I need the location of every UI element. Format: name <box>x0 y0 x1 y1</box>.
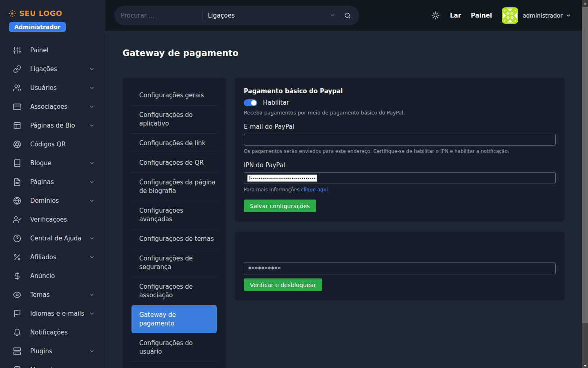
settings-nav-item-avancadas[interactable]: Configurações avançadas <box>131 201 217 229</box>
unlock-card: Verificar e desbloquear <box>235 232 565 301</box>
page-scrollbar[interactable] <box>582 0 588 368</box>
panel-link[interactable]: Painel <box>471 12 492 19</box>
chevron-down-icon <box>89 66 95 72</box>
chevron-down-icon <box>89 85 95 91</box>
sidebar-item-idiomas-e-emails[interactable]: Idiomas e e-mails <box>0 304 105 323</box>
settings-nav-card: Configurações gerais Configurações do ap… <box>122 78 226 368</box>
layout-icon <box>13 121 21 130</box>
page-title: Gateway de pagamento <box>122 48 565 58</box>
sun-icon[interactable] <box>432 11 439 19</box>
sidebar-item-paginas-de-bio[interactable]: Páginas de Bio <box>0 116 105 135</box>
sidebar-item-anuncio[interactable]: Anúncio <box>0 267 105 285</box>
flag-icon <box>13 310 21 318</box>
settings-panels: Pagamento básico do Paypal Habilitar Rec… <box>235 78 565 301</box>
sidebar-item-verificacoes[interactable]: Verificações <box>0 210 105 229</box>
scrollbar-down-button[interactable] <box>582 365 588 367</box>
triangle-up-icon <box>584 2 587 4</box>
chevron-down-icon <box>89 123 95 128</box>
save-settings-button[interactable]: Salvar configurações <box>244 200 316 212</box>
search-filter-select[interactable]: Ligações <box>203 12 341 19</box>
verify-unlock-button[interactable]: Verificar e desbloquear <box>244 278 322 291</box>
triangle-down-icon <box>584 365 587 367</box>
book-icon <box>13 159 21 167</box>
sidebar-item-usuarios[interactable]: Usuários <box>0 79 105 97</box>
users-icon <box>13 84 21 92</box>
main-column: Ligações Lar Painel <box>105 0 582 368</box>
chevron-down-icon <box>330 12 336 18</box>
username-label[interactable]: administrador <box>523 12 563 19</box>
enable-toggle[interactable] <box>244 99 257 106</box>
settings-nav-item-email[interactable]: Configurações de e-mail <box>131 361 217 368</box>
admin-badge: Administrador <box>9 22 66 32</box>
credit-card-icon <box>13 103 21 111</box>
settings-nav-item-link[interactable]: Configurações de link <box>131 133 217 153</box>
paypal-email-help: Os pagamentos serão enviados para este e… <box>244 148 556 154</box>
brand-logo-text: SEU LOGO <box>19 9 62 18</box>
sidebar-item-paginas[interactable]: Páginas <box>0 173 105 191</box>
sidebar-item-blogue[interactable]: Blogue <box>0 154 105 173</box>
settings-nav-item-associacao[interactable]: Configurações de associação <box>131 277 217 305</box>
percent-icon <box>13 253 21 261</box>
search-input[interactable] <box>121 12 203 19</box>
sidebar-item-temas[interactable]: Temas <box>0 285 105 304</box>
settings-nav-item-gateway-pagamento[interactable]: Gateway de pagamento <box>131 305 217 333</box>
enable-toggle-row: Habilitar <box>244 99 556 106</box>
search-bar: Ligações <box>114 6 359 25</box>
sidebar-item-afiliados[interactable]: Afiliados <box>0 248 105 267</box>
chevron-down-icon <box>89 254 95 260</box>
home-link[interactable]: Lar <box>450 12 461 19</box>
chevron-down-icon <box>89 104 95 110</box>
chevron-down-icon[interactable] <box>566 13 571 18</box>
sidebar-nav: Painel Ligações Usuários Associações Pág… <box>0 41 105 368</box>
sidebar-item-associacoes[interactable]: Associações <box>0 97 105 116</box>
sidebar-item-notificacoes[interactable]: Notificações <box>0 323 105 342</box>
sidebar-item-painel[interactable]: Painel <box>0 41 105 60</box>
sidebar-item-plugins[interactable]: Plugins <box>0 342 105 361</box>
topbar-right: Lar Painel <box>432 7 571 24</box>
paypal-card-title: Pagamento básico do Paypal <box>244 88 556 95</box>
settings-nav-item-qr[interactable]: Configurações de QR <box>131 153 217 173</box>
settings-nav-item-usuario[interactable]: Configurações do usuário <box>131 333 217 361</box>
user-check-icon <box>13 215 21 224</box>
unlock-password-input[interactable] <box>244 263 556 274</box>
more-info-link[interactable]: clique aqui <box>301 187 328 193</box>
sidebar-item-ligacoes[interactable]: Ligações <box>0 60 105 79</box>
paypal-ipn-label: IPN do PayPal <box>244 162 556 169</box>
scrollbar-up-button[interactable] <box>582 0 588 7</box>
sidebar-item-mercado[interactable]: Mercado <box>0 361 105 368</box>
dollar-sign-icon <box>13 272 21 280</box>
search-filter-value: Ligações <box>208 12 235 19</box>
chevron-down-icon <box>89 236 95 241</box>
search-icon <box>344 12 351 19</box>
brand-logo-icon <box>8 9 16 18</box>
chevron-down-icon <box>89 292 95 298</box>
chevron-down-icon <box>89 179 95 185</box>
settings-nav-item-seguranca[interactable]: Configurações de segurança <box>131 249 217 277</box>
paypal-card: Pagamento básico do Paypal Habilitar Rec… <box>235 78 565 222</box>
settings-nav-item-temas[interactable]: Configurações de temas <box>131 229 217 249</box>
settings-layout: Configurações gerais Configurações do ap… <box>122 78 565 368</box>
sidebar-item-central-de-ajuda[interactable]: Central de Ajuda <box>0 229 105 248</box>
avatar[interactable] <box>502 7 518 24</box>
settings-nav-item-gerais[interactable]: Configurações gerais <box>131 86 217 105</box>
server-icon <box>13 347 21 355</box>
paypal-ipn-selected-value: I-------------------------------- <box>247 175 317 182</box>
toggle-knob <box>251 100 256 105</box>
settings-nav-item-aplicativo[interactable]: Configurações do aplicativo <box>131 105 217 133</box>
sidebar-item-dominios[interactable]: Domínios <box>0 191 105 210</box>
info-text: Para mais informações <box>244 187 301 193</box>
search-submit-button[interactable] <box>341 9 354 22</box>
aperture-icon <box>13 140 21 148</box>
settings-nav-item-pagina-biografia[interactable]: Configurações da página de biografia <box>131 173 217 201</box>
topbar: Ligações Lar Painel <box>105 0 582 31</box>
sliders-icon <box>13 46 21 54</box>
chevron-down-icon <box>89 311 95 316</box>
help-circle-icon <box>13 234 21 242</box>
globe-icon <box>13 197 21 205</box>
enable-toggle-label: Habilitar <box>263 99 289 106</box>
paypal-ipn-input[interactable]: I-------------------------------- <box>244 172 556 184</box>
app-root: SEU LOGO Administrador Painel Ligações U… <box>0 0 588 368</box>
sidebar-item-codigos-qr[interactable]: Códigos QR <box>0 135 105 154</box>
paypal-email-input[interactable] <box>244 134 556 146</box>
scrollbar-thumb[interactable] <box>582 7 588 323</box>
